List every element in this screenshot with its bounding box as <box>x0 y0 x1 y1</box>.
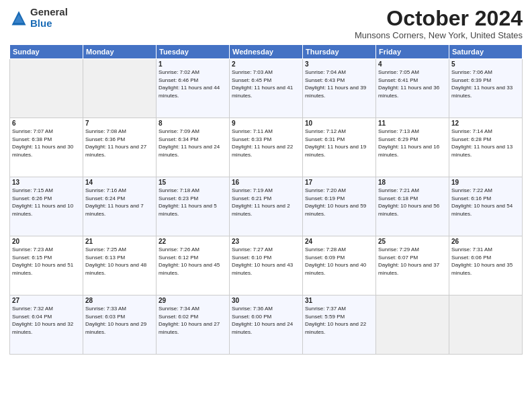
day-number: 27 <box>12 297 81 304</box>
table-row <box>449 295 523 355</box>
col-wednesday: Wednesday <box>230 45 303 59</box>
calendar-table: Sunday Monday Tuesday Wednesday Thursday… <box>9 44 523 355</box>
day-data: Sunrise: 7:07 AMSunset: 6:38 PMDaylight:… <box>12 128 81 158</box>
col-tuesday: Tuesday <box>157 45 230 59</box>
table-row: 7Sunrise: 7:08 AMSunset: 6:36 PMDaylight… <box>83 118 157 177</box>
table-row: 15Sunrise: 7:18 AMSunset: 6:23 PMDayligh… <box>157 177 230 236</box>
table-row: 23Sunrise: 7:27 AMSunset: 6:10 PMDayligh… <box>230 236 303 295</box>
table-row: 26Sunrise: 7:31 AMSunset: 6:06 PMDayligh… <box>449 236 523 295</box>
day-number: 20 <box>12 238 81 245</box>
table-row: 27Sunrise: 7:32 AMSunset: 6:04 PMDayligh… <box>10 295 83 355</box>
day-number: 29 <box>159 297 227 304</box>
day-data: Sunrise: 7:33 AMSunset: 6:03 PMDaylight:… <box>85 305 154 336</box>
day-number: 22 <box>159 238 227 245</box>
table-row: 17Sunrise: 7:20 AMSunset: 6:19 PMDayligh… <box>303 177 376 236</box>
day-number: 16 <box>232 179 300 186</box>
calendar-week-row: 20Sunrise: 7:23 AMSunset: 6:15 PMDayligh… <box>10 236 523 295</box>
table-row: 8Sunrise: 7:09 AMSunset: 6:34 PMDaylight… <box>157 118 230 177</box>
day-number: 19 <box>451 179 520 186</box>
table-row: 10Sunrise: 7:12 AMSunset: 6:31 PMDayligh… <box>303 118 376 177</box>
logo-blue-label: Blue <box>30 18 68 30</box>
day-number: 21 <box>85 238 154 245</box>
logo-text: General Blue <box>30 7 68 29</box>
table-row: 22Sunrise: 7:26 AMSunset: 6:12 PMDayligh… <box>157 236 230 295</box>
calendar-week-row: 27Sunrise: 7:32 AMSunset: 6:04 PMDayligh… <box>10 295 523 355</box>
location: Munsons Corners, New York, United States <box>355 30 523 40</box>
calendar-week-row: 13Sunrise: 7:15 AMSunset: 6:26 PMDayligh… <box>10 177 523 236</box>
table-row: 1Sunrise: 7:02 AMSunset: 6:46 PMDaylight… <box>157 59 230 118</box>
day-data: Sunrise: 7:36 AMSunset: 6:00 PMDaylight:… <box>232 305 300 336</box>
day-data: Sunrise: 7:26 AMSunset: 6:12 PMDaylight:… <box>159 246 227 277</box>
day-data: Sunrise: 7:19 AMSunset: 6:21 PMDaylight:… <box>232 187 300 218</box>
day-data: Sunrise: 7:25 AMSunset: 6:13 PMDaylight:… <box>85 246 154 277</box>
day-number: 8 <box>159 120 227 127</box>
logo: General Blue <box>9 7 68 29</box>
table-row: 31Sunrise: 7:37 AMSunset: 5:59 PMDayligh… <box>303 295 376 355</box>
day-number: 12 <box>451 120 520 127</box>
day-number: 3 <box>305 60 373 68</box>
table-row: 13Sunrise: 7:15 AMSunset: 6:26 PMDayligh… <box>10 177 83 236</box>
col-sunday: Sunday <box>10 45 83 59</box>
table-row: 2Sunrise: 7:03 AMSunset: 6:45 PMDaylight… <box>230 59 303 118</box>
day-number: 24 <box>305 238 373 245</box>
day-data: Sunrise: 7:32 AMSunset: 6:04 PMDaylight:… <box>12 305 81 336</box>
day-number: 23 <box>232 238 300 245</box>
header: General Blue October 2024 Munsons Corner… <box>9 7 523 40</box>
day-data: Sunrise: 7:08 AMSunset: 6:36 PMDaylight:… <box>85 128 154 158</box>
table-row: 19Sunrise: 7:22 AMSunset: 6:16 PMDayligh… <box>449 177 523 236</box>
table-row: 25Sunrise: 7:29 AMSunset: 6:07 PMDayligh… <box>376 236 449 295</box>
table-row: 29Sunrise: 7:34 AMSunset: 6:02 PMDayligh… <box>157 295 230 355</box>
table-row: 3Sunrise: 7:04 AMSunset: 6:43 PMDaylight… <box>303 59 376 118</box>
table-row: 4Sunrise: 7:05 AMSunset: 6:41 PMDaylight… <box>376 59 449 118</box>
table-row: 28Sunrise: 7:33 AMSunset: 6:03 PMDayligh… <box>83 295 157 355</box>
day-number: 6 <box>12 120 81 127</box>
table-row: 24Sunrise: 7:28 AMSunset: 6:09 PMDayligh… <box>303 236 376 295</box>
day-data: Sunrise: 7:09 AMSunset: 6:34 PMDaylight:… <box>159 128 227 158</box>
col-saturday: Saturday <box>449 45 523 59</box>
day-number: 18 <box>378 179 447 186</box>
table-row: 16Sunrise: 7:19 AMSunset: 6:21 PMDayligh… <box>230 177 303 236</box>
day-number: 2 <box>232 60 300 68</box>
day-data: Sunrise: 7:29 AMSunset: 6:07 PMDaylight:… <box>378 246 447 277</box>
day-number: 31 <box>305 297 373 304</box>
day-data: Sunrise: 7:28 AMSunset: 6:09 PMDaylight:… <box>305 246 373 277</box>
day-number: 13 <box>12 179 81 186</box>
day-number: 28 <box>85 297 154 304</box>
day-number: 25 <box>378 238 447 245</box>
table-row: 6Sunrise: 7:07 AMSunset: 6:38 PMDaylight… <box>10 118 83 177</box>
day-data: Sunrise: 7:16 AMSunset: 6:24 PMDaylight:… <box>85 187 154 218</box>
day-number: 5 <box>451 60 520 68</box>
day-number: 1 <box>159 60 227 68</box>
day-data: Sunrise: 7:37 AMSunset: 5:59 PMDaylight:… <box>305 305 373 336</box>
day-number: 14 <box>85 179 154 186</box>
day-data: Sunrise: 7:06 AMSunset: 6:39 PMDaylight:… <box>451 68 520 99</box>
table-row <box>10 59 83 118</box>
table-row: 30Sunrise: 7:36 AMSunset: 6:00 PMDayligh… <box>230 295 303 355</box>
calendar-header-row: Sunday Monday Tuesday Wednesday Thursday… <box>10 45 523 59</box>
day-number: 10 <box>305 120 373 127</box>
col-friday: Friday <box>376 45 449 59</box>
day-number: 11 <box>378 120 447 127</box>
col-thursday: Thursday <box>303 45 376 59</box>
day-data: Sunrise: 7:05 AMSunset: 6:41 PMDaylight:… <box>378 68 447 99</box>
day-data: Sunrise: 7:34 AMSunset: 6:02 PMDaylight:… <box>159 305 227 336</box>
day-data: Sunrise: 7:03 AMSunset: 6:45 PMDaylight:… <box>232 68 300 99</box>
day-data: Sunrise: 7:20 AMSunset: 6:19 PMDaylight:… <box>305 187 373 218</box>
table-row: 20Sunrise: 7:23 AMSunset: 6:15 PMDayligh… <box>10 236 83 295</box>
logo-general-label: General <box>30 7 68 18</box>
day-data: Sunrise: 7:21 AMSunset: 6:18 PMDaylight:… <box>378 187 447 218</box>
table-row: 11Sunrise: 7:13 AMSunset: 6:29 PMDayligh… <box>376 118 449 177</box>
title-block: October 2024 Munsons Corners, New York, … <box>355 7 523 40</box>
day-data: Sunrise: 7:13 AMSunset: 6:29 PMDaylight:… <box>378 128 447 158</box>
day-number: 7 <box>85 120 154 127</box>
day-number: 26 <box>451 238 520 245</box>
day-data: Sunrise: 7:04 AMSunset: 6:43 PMDaylight:… <box>305 68 373 99</box>
calendar-week-row: 1Sunrise: 7:02 AMSunset: 6:46 PMDaylight… <box>10 59 523 118</box>
table-row: 21Sunrise: 7:25 AMSunset: 6:13 PMDayligh… <box>83 236 157 295</box>
day-data: Sunrise: 7:02 AMSunset: 6:46 PMDaylight:… <box>159 68 227 99</box>
table-row: 14Sunrise: 7:16 AMSunset: 6:24 PMDayligh… <box>83 177 157 236</box>
day-data: Sunrise: 7:14 AMSunset: 6:28 PMDaylight:… <box>451 128 520 158</box>
table-row <box>376 295 449 355</box>
table-row: 18Sunrise: 7:21 AMSunset: 6:18 PMDayligh… <box>376 177 449 236</box>
day-number: 17 <box>305 179 373 186</box>
